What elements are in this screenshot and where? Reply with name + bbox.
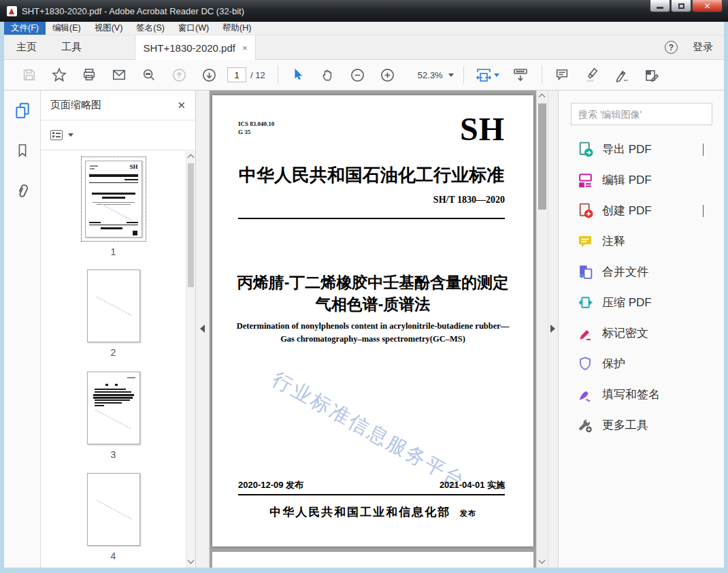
tools-list: 导出 PDF 编辑 PDF 创建 PDF 注释 [559,134,724,440]
zoom-out-button[interactable] [346,63,369,86]
minimize-button[interactable] [650,0,670,12]
scroll-up-icon[interactable] [188,154,195,161]
tool-edit-pdf[interactable]: 编辑 PDF [559,165,724,195]
protect-icon [577,356,593,372]
menu-window[interactable]: 窗口(W) [171,22,216,35]
thumbnail-image [87,269,140,342]
tools-search-input[interactable] [571,103,712,125]
zoom-level-dropdown[interactable]: 52.3% [413,70,454,80]
document-view[interactable]: ICS 83.040.10 G 35 SH 中华人民共和国石油化工行业标准 SH… [210,91,536,568]
menu-help[interactable]: 帮助(H) [216,22,258,35]
thumbnail-options-button[interactable] [41,120,195,150]
maximize-icon [678,3,684,9]
thumbnail-image: SH [85,161,142,238]
plus-circle-icon [380,67,395,83]
sign-in-button[interactable]: 登录 [693,41,713,54]
collapse-left-icon[interactable] [200,325,205,333]
pdf-page-2 [212,552,533,568]
scroll-down-icon[interactable] [188,557,195,564]
tool-more-tools[interactable]: 更多工具 [559,410,724,440]
favorite-button[interactable] [48,63,71,86]
next-page-button[interactable] [197,63,220,86]
chevron-down-icon [448,73,454,77]
fill-sign-doc-icon [644,67,660,83]
page-thumbnails-icon[interactable] [14,101,31,119]
tool-combine-files[interactable]: 合并文件 [559,257,724,287]
tool-compress-pdf[interactable]: 压缩 PDF [559,287,724,318]
acrobat-window: SHT+1830-2020.pdf - Adobe Acrobat Reader… [0,0,728,573]
chevron-down-icon [703,205,704,217]
collapse-right-icon[interactable] [550,325,555,333]
arrow-down-circle-icon [201,67,217,83]
select-tool-button[interactable] [286,63,310,86]
bookmarks-icon[interactable] [15,142,30,159]
navigation-rail [4,91,41,568]
save-button[interactable] [18,63,41,86]
footer-rule [238,494,505,495]
comment-tool-button[interactable] [550,63,574,86]
attachments-icon[interactable] [10,179,34,203]
fill-sign-icon [577,386,594,403]
search-button[interactable] [137,63,161,86]
standard-number: SH/T 1830—2020 [433,195,505,206]
menu-sign[interactable]: 签名(S) [129,22,171,35]
fit-width-dropdown[interactable] [472,63,502,86]
pdf-page-1: ICS 83.040.10 G 35 SH 中华人民共和国石油化工行业标准 SH… [212,95,533,546]
right-panel-collapse-strip [548,91,558,568]
tab-home[interactable]: 主页 [4,35,49,59]
tab-tools[interactable]: 工具 [49,35,94,59]
zoom-in-button[interactable] [376,63,399,86]
title-english: Determination of nonylphenols content in… [212,320,533,346]
tool-redact[interactable]: 标记密文 [559,318,724,348]
page-count-label: / 12 [250,70,265,80]
menu-edit[interactable]: 编辑(E) [46,22,88,35]
tool-export-pdf[interactable]: 导出 PDF [559,134,724,165]
hand-tool-button[interactable] [316,63,340,86]
page-number-input[interactable] [227,67,246,82]
previous-page-button[interactable] [167,63,191,86]
thumbnail-page-1[interactable]: SH [41,157,186,257]
tab-document-label: SHT+1830-2020.pdf [143,42,235,54]
watermark-text: 行业标准信息服务平台 [267,366,471,495]
export-pdf-icon [577,141,594,158]
scroll-up-icon[interactable] [539,94,546,101]
thumbnail-page-4[interactable]: 4 [41,473,186,561]
menu-view[interactable]: 视图(V) [88,22,130,35]
fountain-pen-icon [614,67,630,83]
main-toolbar: / 12 52.3% [4,60,724,91]
thumbnail-page-3[interactable]: 3 [41,372,186,460]
menu-file[interactable]: 文件(F) [4,22,46,35]
tool-fill-sign[interactable]: 填写和签名 [559,379,724,410]
tool-create-pdf[interactable]: 创建 PDF [559,195,724,226]
tool-comment[interactable]: 注释 [559,226,724,257]
list-options-icon [50,130,63,140]
left-panel-collapse-strip [196,91,210,568]
zoom-level-value: 52.3% [413,70,443,80]
tool-protect[interactable]: 保护 [559,348,724,379]
panel-title: 页面缩略图 [50,99,101,112]
thumbnail-scrollbar[interactable] [186,151,195,568]
sign-tool-button[interactable] [610,63,633,86]
more-tools-icon [577,417,593,433]
scrollbar-thumb[interactable] [188,163,194,287]
help-icon[interactable]: ? [665,41,678,54]
highlight-tool-button[interactable] [580,63,603,86]
document-scrollbar[interactable] [536,91,548,568]
thumbnail-page-number: 4 [111,551,116,561]
email-button[interactable] [107,63,131,86]
scroll-down-icon[interactable] [539,557,546,564]
fill-sign-tool-button[interactable] [640,63,663,86]
toolbar-collapse-button[interactable] [509,63,532,86]
thumbnail-page-2[interactable]: 2 [41,269,186,358]
print-button[interactable] [78,63,101,86]
maximize-button[interactable] [671,0,691,12]
combine-files-icon [577,263,594,280]
chevron-down-icon [494,73,499,77]
panel-close-icon[interactable]: ✕ [177,99,186,112]
thumbnail-panel-header: 页面缩略图 ✕ [41,91,195,120]
tab-close-icon[interactable]: × [242,43,248,53]
close-button[interactable]: ✕ [692,0,723,12]
scrollbar-thumb[interactable] [538,103,546,210]
tab-document[interactable]: SHT+1830-2020.pdf × [135,35,256,60]
chevron-down-icon [703,144,704,156]
